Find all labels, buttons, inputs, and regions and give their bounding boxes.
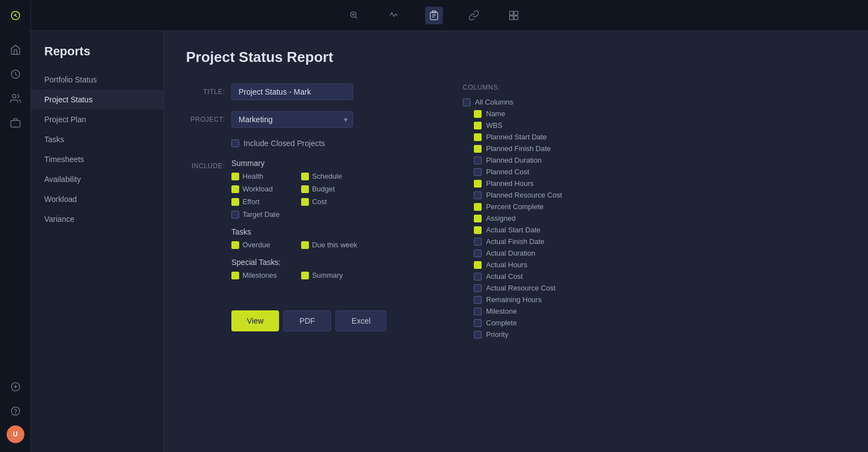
summary-budget: Budget: [301, 185, 358, 193]
include-closed-checkbox[interactable]: [231, 139, 239, 147]
workload-label: Workload: [242, 185, 273, 193]
col-remaining-hours: Remaining Hours: [463, 295, 841, 304]
search-zoom-icon[interactable]: [345, 7, 363, 24]
tasks-title: Tasks: [231, 227, 357, 236]
history-nav-icon[interactable]: [6, 64, 25, 84]
overdue-label: Overdue: [242, 241, 270, 249]
briefcase-nav-icon[interactable]: [6, 113, 25, 133]
svg-rect-6: [510, 11, 514, 15]
effort-checkbox[interactable]: [231, 198, 239, 206]
summary-health: Health: [231, 172, 288, 180]
user-avatar[interactable]: U: [7, 425, 24, 443]
due-this-week-label: Due this week: [312, 241, 358, 249]
special-summary-label: Summary: [312, 271, 343, 279]
col-planned-hours: Planned Hours: [463, 179, 841, 188]
actual-finish-date-checkbox[interactable]: [474, 238, 482, 246]
layout-icon[interactable]: [505, 7, 523, 24]
tasks-block: Tasks Overdue Due this week: [231, 227, 357, 249]
tasks-overdue: Overdue: [231, 241, 288, 249]
target-date-checkbox[interactable]: [231, 211, 239, 219]
col-planned-finish-date: Planned Finish Date: [463, 144, 841, 153]
link-icon[interactable]: [465, 7, 483, 24]
actual-start-date-label: Actual Start Date: [486, 226, 540, 234]
budget-checkbox[interactable]: [301, 185, 309, 193]
health-checkbox[interactable]: [231, 173, 239, 180]
sidebar-item-project-plan[interactable]: Project Plan: [31, 110, 163, 129]
summary-effort: Effort: [231, 198, 288, 206]
app-logo[interactable]: [0, 0, 31, 31]
add-nav-icon[interactable]: [6, 377, 25, 397]
special-summary-checkbox[interactable]: [301, 272, 309, 279]
complete-checkbox[interactable]: [474, 319, 482, 327]
sidebar-item-availability[interactable]: Availability: [31, 169, 163, 189]
users-nav-icon[interactable]: [6, 89, 25, 108]
sidebar: Reports Portfolio Status Project Status …: [31, 31, 164, 452]
milestones-label: Milestones: [242, 271, 277, 279]
summary-title: Summary: [231, 159, 357, 168]
special-tasks-block: Special Tasks: Milestones Summary: [231, 258, 357, 279]
milestone-label: Milestone: [486, 307, 517, 315]
actual-hours-checkbox[interactable]: [474, 261, 482, 269]
title-row: TITLE:: [186, 84, 430, 100]
svg-rect-8: [510, 15, 514, 19]
summary-workload: Workload: [231, 185, 288, 193]
percent-complete-checkbox[interactable]: [474, 203, 482, 211]
actual-hours-label: Actual Hours: [486, 261, 527, 269]
cost-checkbox[interactable]: [301, 198, 309, 206]
milestones-checkbox[interactable]: [231, 272, 239, 279]
actual-cost-checkbox[interactable]: [474, 273, 482, 280]
workload-checkbox[interactable]: [231, 185, 239, 193]
view-button[interactable]: View: [231, 310, 279, 331]
due-this-week-checkbox[interactable]: [301, 241, 309, 249]
planned-start-date-checkbox[interactable]: [474, 133, 482, 141]
sidebar-item-portfolio-status[interactable]: Portfolio Status: [31, 70, 163, 90]
col-actual-resource-cost: Actual Resource Cost: [463, 284, 841, 292]
assigned-label: Assigned: [486, 214, 515, 222]
sidebar-item-workload[interactable]: Workload: [31, 189, 163, 209]
planned-duration-checkbox[interactable]: [474, 157, 482, 164]
effort-label: Effort: [242, 198, 260, 206]
help-nav-icon[interactable]: [6, 401, 25, 421]
col-planned-duration: Planned Duration: [463, 156, 841, 164]
project-select[interactable]: Marketing Development Design Operations: [231, 111, 353, 128]
priority-checkbox[interactable]: [474, 331, 482, 339]
planned-resource-cost-checkbox[interactable]: [474, 191, 482, 199]
form-left: TITLE: PROJECT: Marketing Development De…: [186, 84, 430, 339]
actual-resource-cost-checkbox[interactable]: [474, 284, 482, 292]
activity-icon[interactable]: [385, 7, 403, 24]
assigned-checkbox[interactable]: [474, 215, 482, 222]
actual-duration-checkbox[interactable]: [474, 250, 482, 257]
include-section: INCLUDE: Summary Health: [186, 159, 430, 288]
planned-cost-checkbox[interactable]: [474, 168, 482, 176]
sidebar-item-variance[interactable]: Variance: [31, 209, 163, 229]
planned-finish-date-checkbox[interactable]: [474, 145, 482, 153]
pdf-button[interactable]: PDF: [283, 310, 331, 331]
excel-button[interactable]: Excel: [335, 310, 386, 331]
planned-resource-cost-label: Planned Resource Cost: [486, 191, 562, 199]
all-columns-label: All Columns: [475, 98, 513, 106]
wbs-checkbox[interactable]: [474, 122, 482, 129]
tasks-due-this-week: Due this week: [301, 241, 358, 249]
title-input[interactable]: [231, 84, 353, 100]
all-columns-checkbox[interactable]: [463, 98, 471, 106]
topbar: [0, 0, 868, 31]
overdue-checkbox[interactable]: [231, 241, 239, 249]
name-checkbox[interactable]: [474, 110, 482, 118]
remaining-hours-checkbox[interactable]: [474, 296, 482, 304]
milestone-checkbox[interactable]: [474, 308, 482, 315]
actual-start-date-checkbox[interactable]: [474, 226, 482, 234]
actual-finish-date-label: Actual Finish Date: [486, 237, 545, 246]
sidebar-item-timesheets[interactable]: Timesheets: [31, 149, 163, 169]
col-percent-complete: Percent Complete: [463, 202, 841, 211]
svg-point-17: [15, 413, 16, 414]
include-label: INCLUDE:: [186, 159, 231, 170]
clipboard-icon[interactable]: [425, 7, 443, 24]
sidebar-item-project-status[interactable]: Project Status: [31, 90, 163, 110]
schedule-checkbox[interactable]: [301, 173, 309, 180]
sidebar-item-tasks[interactable]: Tasks: [31, 129, 163, 149]
planned-hours-checkbox[interactable]: [474, 180, 482, 188]
summary-block: Summary Health Schedule: [231, 159, 357, 219]
home-nav-icon[interactable]: [6, 40, 25, 60]
name-label: Name: [486, 110, 505, 118]
title-label: TITLE:: [186, 84, 225, 96]
